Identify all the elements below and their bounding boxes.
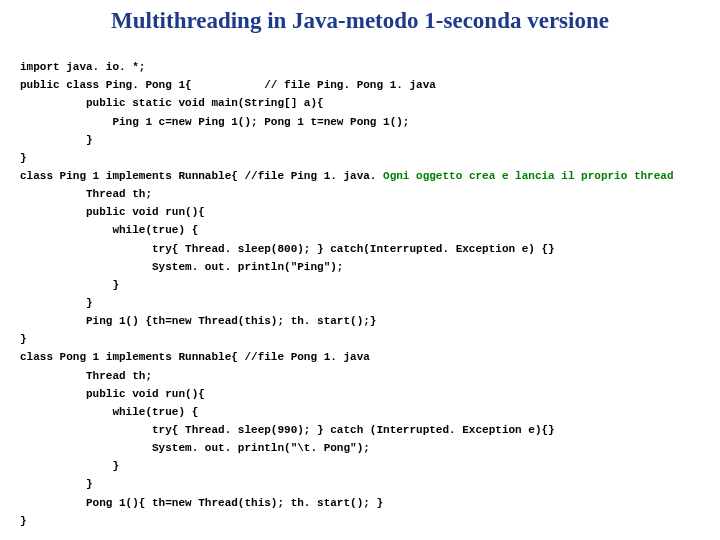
code-line: System. out. println("Ping"); [20,261,343,273]
code-line: Thread th; [20,188,152,200]
code-line: while(true) { [20,224,198,236]
code-line: class Pong 1 implements Runnable{ //file… [20,351,370,363]
code-line: } [20,515,27,527]
code-line: } [20,478,93,490]
code-line: System. out. println("\t. Pong"); [20,442,370,454]
code-line: Ping 1 c=new Ping 1(); Pong 1 t=new Pong… [20,116,409,128]
code-line: } [20,297,93,309]
code-line: public class Ping. Pong 1{ // file Ping.… [20,79,436,91]
code-line: Pong 1(){ th=new Thread(this); th. start… [20,497,383,509]
code-line: } [20,152,27,164]
code-line: class Ping 1 implements Runnable{ //file… [20,170,674,182]
code-block: import java. io. *; public class Ping. P… [20,40,700,530]
code-line: while(true) { [20,406,198,418]
code-line: try{ Thread. sleep(990); } catch (Interr… [20,424,555,436]
code-line: } [20,333,27,345]
code-line: Ping 1() {th=new Thread(this); th. start… [20,315,376,327]
slide-title: Multithreading in Java-metodo 1-seconda … [20,8,700,34]
code-line: import java. io. *; [20,61,145,73]
code-line: } [20,279,119,291]
code-line: public void run(){ [20,388,205,400]
code-line: public static void main(String[] a){ [20,97,324,109]
code-line: } [20,134,93,146]
code-line: public void run(){ [20,206,205,218]
code-line: try{ Thread. sleep(800); } catch(Interru… [20,243,555,255]
code-line: Thread th; [20,370,152,382]
code-line: } [20,460,119,472]
code-comment: Ogni oggetto crea e lancia il proprio th… [383,170,673,182]
